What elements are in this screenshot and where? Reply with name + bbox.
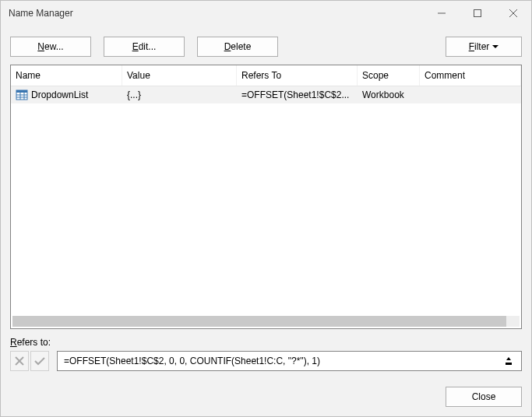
refers-to-row — [1, 351, 531, 379]
toolbar: New... Edit... Delete Filter — [1, 26, 531, 65]
chevron-down-icon — [492, 45, 499, 48]
check-icon — [34, 356, 45, 366]
collapse-icon — [504, 356, 513, 366]
table-row[interactable]: DropdownList {...} =OFFSET(Sheet1!$C$2..… — [11, 86, 521, 103]
col-value[interactable]: Value — [122, 65, 237, 86]
new-button[interactable]: New... — [10, 37, 91, 57]
row-value: {...} — [122, 89, 237, 100]
close-window-button[interactable] — [495, 1, 531, 26]
delete-button[interactable]: Delete — [197, 37, 278, 57]
names-list: Name Value Refers To Scope Comment Dropd — [10, 65, 522, 329]
list-header: Name Value Refers To Scope Comment — [11, 65, 521, 86]
refers-to-input-wrap — [57, 351, 522, 371]
col-scope[interactable]: Scope — [358, 65, 420, 86]
collapse-dialog-button[interactable] — [501, 352, 516, 370]
col-name[interactable]: Name — [11, 65, 122, 86]
row-refers: =OFFSET(Sheet1!$C$2... — [237, 89, 358, 100]
svg-rect-5 — [16, 90, 27, 93]
confirm-edit-button[interactable] — [30, 351, 49, 371]
table-icon — [16, 89, 28, 101]
horizontal-scrollbar[interactable] — [12, 316, 520, 327]
list-body: DropdownList {...} =OFFSET(Sheet1!$C$2..… — [11, 86, 521, 314]
scrollbar-thumb[interactable] — [12, 316, 506, 327]
svg-marker-13 — [506, 357, 511, 360]
title-bar: Name Manager — [1, 1, 531, 26]
maximize-button[interactable] — [460, 1, 495, 26]
row-name: DropdownList — [31, 89, 88, 100]
row-scope: Workbook — [358, 89, 420, 100]
dialog-footer: Close — [1, 379, 531, 416]
col-refers[interactable]: Refers To — [237, 65, 358, 86]
cancel-edit-button[interactable] — [10, 351, 29, 371]
window-title: Name Manager — [9, 8, 424, 19]
x-icon — [15, 356, 24, 366]
edit-button[interactable]: Edit... — [104, 37, 185, 57]
col-comment[interactable]: Comment — [420, 65, 521, 86]
name-manager-dialog: Name Manager New... Edit... Delete Filte… — [0, 0, 532, 417]
filter-button[interactable]: Filter — [446, 37, 522, 57]
refers-to-label: Refers to: — [1, 329, 531, 351]
refers-to-input[interactable] — [62, 355, 501, 367]
minimize-button[interactable] — [424, 1, 460, 26]
close-button[interactable]: Close — [446, 387, 522, 407]
svg-rect-1 — [474, 10, 481, 17]
svg-rect-12 — [506, 363, 512, 365]
